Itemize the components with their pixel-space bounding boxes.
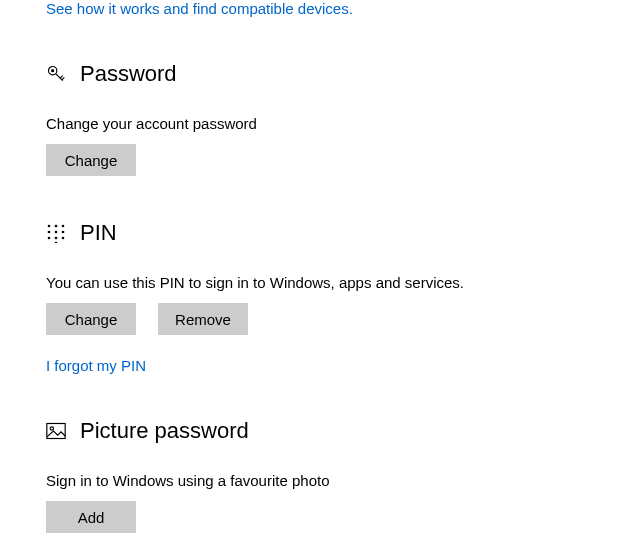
picture-password-description: Sign in to Windows using a favourite pho…	[46, 472, 617, 489]
svg-point-10	[62, 231, 65, 234]
password-section: Password Change your account password Ch…	[46, 61, 617, 176]
svg-point-11	[48, 237, 51, 240]
picture-password-add-button[interactable]: Add	[46, 501, 136, 533]
pin-section: PIN You can use this PIN to sign in to W…	[46, 220, 617, 374]
key-icon	[46, 64, 66, 84]
svg-point-6	[55, 225, 58, 228]
picture-password-title: Picture password	[80, 418, 249, 444]
svg-point-9	[55, 231, 58, 234]
svg-point-13	[62, 237, 65, 240]
password-header: Password	[46, 61, 617, 87]
svg-point-12	[55, 237, 58, 240]
svg-rect-15	[47, 424, 65, 439]
pin-remove-button[interactable]: Remove	[158, 303, 248, 335]
pin-header: PIN	[46, 220, 617, 246]
pin-change-button[interactable]: Change	[46, 303, 136, 335]
picture-icon	[46, 421, 66, 441]
svg-line-4	[62, 77, 65, 80]
svg-point-5	[48, 225, 51, 228]
pin-title: PIN	[80, 220, 117, 246]
svg-point-8	[48, 231, 51, 234]
password-description: Change your account password	[46, 115, 617, 132]
picture-password-header: Picture password	[46, 418, 617, 444]
forgot-pin-link[interactable]: I forgot my PIN	[46, 357, 146, 374]
password-title: Password	[80, 61, 177, 87]
picture-password-section: Picture password Sign in to Windows usin…	[46, 418, 617, 533]
svg-point-16	[50, 427, 53, 430]
svg-point-14	[55, 242, 58, 243]
password-change-button[interactable]: Change	[46, 144, 136, 176]
svg-point-7	[62, 225, 65, 228]
svg-line-3	[60, 76, 62, 79]
pin-description: You can use this PIN to sign in to Windo…	[46, 274, 617, 291]
hello-compatibility-link[interactable]: See how it works and find compatible dev…	[46, 0, 353, 17]
svg-point-1	[52, 70, 54, 72]
keypad-icon	[46, 223, 66, 243]
